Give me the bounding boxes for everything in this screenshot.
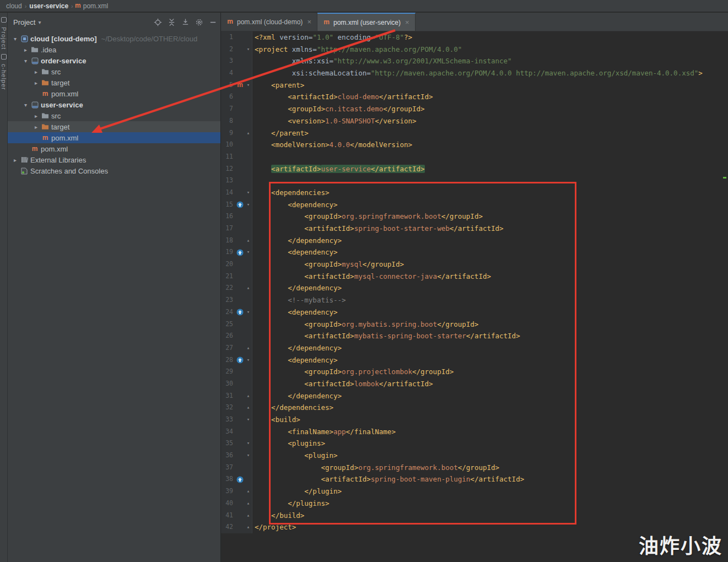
code-line[interactable]: 30 <artifactId>lombok</artifactId> [221, 378, 728, 390]
tree-row-external-libraries[interactable]: ▸External Libraries [8, 154, 220, 165]
code-line[interactable]: 34 <finalName>app</finalName> [221, 426, 728, 438]
dependency-update-icon[interactable] [235, 199, 245, 211]
breadcrumb-item-cloud[interactable]: cloud [4, 2, 24, 10]
chevron-down-icon[interactable]: ▾ [38, 19, 41, 25]
code-line[interactable]: 29 <groupId>org.projectlombok</groupId> [221, 366, 728, 378]
tree-row-order-service[interactable]: ▾order-service [8, 55, 220, 66]
code-line[interactable]: 19▾ <dependency> [221, 246, 728, 258]
collapse-all-icon[interactable] [168, 18, 176, 26]
dependency-update-icon[interactable] [235, 473, 245, 485]
helper-tool-icon[interactable] [1, 54, 7, 60]
code-line[interactable]: 23 <!--mybatis--> [221, 294, 728, 306]
tab-pom-user-service[interactable]: m pom.xml (user-service) × [317, 13, 416, 31]
code-line[interactable]: 9▴ </parent> [221, 127, 728, 139]
code-line[interactable]: 16 <groupId>org.springframework.boot</gr… [221, 210, 728, 223]
dependency-update-icon[interactable] [235, 354, 245, 366]
tree-row--idea[interactable]: ▸.idea [8, 44, 220, 55]
project-view-selector[interactable]: Project [13, 18, 35, 26]
dependency-update-icon[interactable] [235, 306, 245, 318]
fold-open-icon[interactable]: ▾ [245, 437, 252, 450]
scroll-from-source-icon[interactable] [181, 18, 190, 26]
fold-close-icon[interactable]: ▴ [245, 282, 252, 294]
breadcrumb-item-pom[interactable]: pom.xml [82, 2, 110, 10]
code-line[interactable]: 5m▾ <parent> [221, 79, 728, 91]
chevron-right-icon[interactable]: ▸ [32, 113, 40, 119]
code-line[interactable]: 38 <artifactId>spring-boot-maven-plugin<… [221, 473, 728, 485]
code-line[interactable]: 27▴ </dependency> [221, 342, 728, 354]
code-line[interactable]: 37 <groupId>org.springframework.boot</gr… [221, 462, 728, 474]
code-line[interactable]: 32▴ </dependencies> [221, 402, 728, 414]
fold-open-icon[interactable]: ▾ [245, 199, 252, 211]
fold-open-icon[interactable]: ▾ [245, 44, 252, 56]
fold-open-icon[interactable]: ▾ [245, 354, 252, 366]
code-line[interactable]: 26 <artifactId>mybatis-spring-boot-start… [221, 330, 728, 342]
fold-open-icon[interactable]: ▾ [245, 414, 252, 426]
code-line[interactable]: 6 <artifactId>cloud-demo</artifactId> [221, 91, 728, 103]
code-line[interactable]: 7 <groupId>cn.itcast.demo</groupId> [221, 103, 728, 115]
code-line[interactable]: 15▾ <dependency> [221, 199, 728, 211]
fold-close-icon[interactable]: ▴ [245, 390, 252, 402]
chevron-right-icon[interactable]: ▸ [21, 47, 30, 53]
code-line[interactable]: 13 [221, 175, 728, 187]
tab-pom-cloud-demo[interactable]: m pom.xml (cloud-demo) × [221, 13, 317, 31]
fold-close-icon[interactable]: ▴ [245, 127, 252, 139]
code-line[interactable]: 40▴ </plugins> [221, 498, 728, 510]
dependency-update-icon[interactable] [235, 246, 245, 258]
tree-row-src[interactable]: ▸src [8, 110, 220, 121]
code-line[interactable]: 3 xmlns:xsi="http://www.w3.org/2001/XMLS… [221, 55, 728, 67]
fold-close-icon[interactable]: ▴ [245, 521, 252, 533]
code-line[interactable]: 35▾ <plugins> [221, 437, 728, 450]
fold-open-icon[interactable]: ▾ [245, 246, 252, 258]
tree-row-cloud-cloud-demo-[interactable]: ▾cloud [cloud-demo]~/Desktop/code/OTHER/… [8, 33, 220, 44]
tree-row-target[interactable]: ▸target [8, 77, 220, 88]
highlight-marker[interactable] [723, 177, 726, 179]
code-line[interactable]: 21 <artifactId>mysql-connector-java</art… [221, 271, 728, 283]
tree-row-pom-xml[interactable]: mpom.xml [8, 143, 220, 154]
code-line[interactable]: 1<?xml version="1.0" encoding="UTF-8"?> [221, 31, 728, 44]
code-line[interactable]: 31▴ </dependency> [221, 390, 728, 402]
fold-open-icon[interactable]: ▾ [245, 79, 252, 91]
chevron-right-icon[interactable]: ▸ [11, 157, 19, 163]
stripe-label-helper[interactable]: c-helper [1, 64, 7, 90]
code-line[interactable]: 24▾ <dependency> [221, 306, 728, 318]
tree-row-target[interactable]: ▸target [8, 121, 220, 132]
hide-panel-icon[interactable] [209, 18, 217, 26]
chevron-down-icon[interactable]: ▾ [21, 58, 30, 64]
code-line[interactable]: 2▾<project xmlns="http://maven.apache.or… [221, 44, 728, 56]
code-editor[interactable]: 1<?xml version="1.0" encoding="UTF-8"?>2… [221, 31, 728, 562]
maven-gutter-icon[interactable]: m [235, 79, 245, 91]
fold-close-icon[interactable]: ▴ [245, 402, 252, 414]
code-line[interactable]: 18▴ </dependency> [221, 235, 728, 247]
fold-close-icon[interactable]: ▴ [245, 342, 252, 354]
code-line[interactable]: 8 <version>1.0-SNAPSHOT</version> [221, 115, 728, 127]
code-line[interactable]: 33▾ <build> [221, 414, 728, 426]
locate-icon[interactable] [154, 18, 162, 26]
tree-row-pom-xml[interactable]: mpom.xml [8, 88, 220, 99]
project-tool-icon[interactable] [1, 17, 7, 23]
tree-row-scratches-and-consoles[interactable]: Scratches and Consoles [8, 165, 220, 176]
code-line[interactable]: 39▴ </plugin> [221, 485, 728, 498]
code-line[interactable]: 12 <artifactId>user-service</artifactId> [221, 163, 728, 175]
fold-open-icon[interactable]: ▾ [245, 187, 252, 199]
code-line[interactable]: 20 <groupId>mysql</groupId> [221, 258, 728, 271]
code-line[interactable]: 36▾ <plugin> [221, 450, 728, 462]
chevron-down-icon[interactable]: ▾ [11, 36, 19, 42]
tree-row-pom-xml[interactable]: mpom.xml [8, 132, 220, 143]
fold-close-icon[interactable]: ▴ [245, 485, 252, 498]
breadcrumb-item-user-service[interactable]: user-service [28, 2, 70, 10]
error-stripe[interactable] [722, 33, 727, 561]
chevron-right-icon[interactable]: ▸ [32, 124, 40, 130]
chevron-right-icon[interactable]: ▸ [32, 80, 40, 86]
code-line[interactable]: 25 <groupId>org.mybatis.spring.boot</gro… [221, 318, 728, 331]
code-line[interactable]: 17 <artifactId>spring-boot-starter-web</… [221, 223, 728, 235]
code-line[interactable]: 28▾ <dependency> [221, 354, 728, 366]
settings-gear-icon[interactable] [195, 18, 203, 26]
close-icon[interactable]: × [307, 18, 311, 26]
fold-open-icon[interactable]: ▾ [245, 450, 252, 462]
fold-close-icon[interactable]: ▴ [245, 498, 252, 510]
tree-row-src[interactable]: ▸src [8, 66, 220, 77]
code-line[interactable]: 4 xsi:schemaLocation="http://maven.apach… [221, 67, 728, 79]
fold-close-icon[interactable]: ▴ [245, 235, 252, 247]
fold-open-icon[interactable]: ▾ [245, 306, 252, 318]
chevron-right-icon[interactable]: ▸ [32, 69, 40, 75]
